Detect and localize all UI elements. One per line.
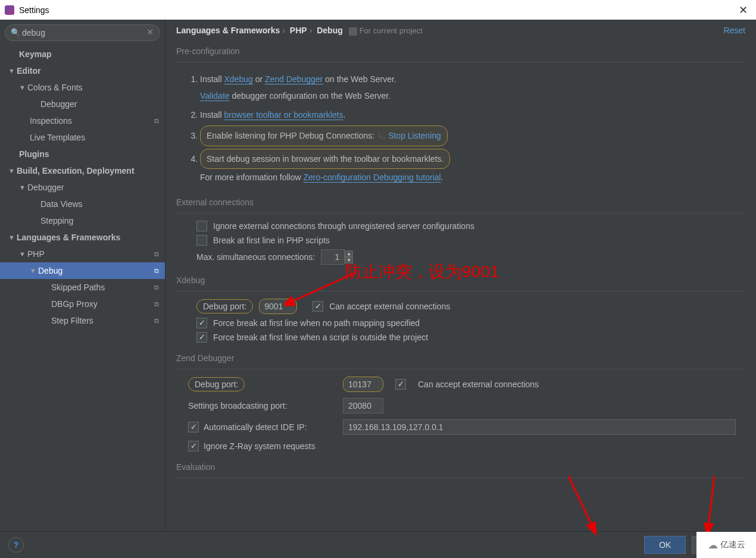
section-xdebug-title: Xdebug [176, 275, 745, 285]
zend-debugger-link[interactable]: Zend Debugger [265, 74, 323, 84]
tutorial-link[interactable]: Zero-configuration Debugging tutorial [304, 173, 441, 182]
sidebar: 🔍 ✕ Keymap ▼Editor ▼Colors & Fonts Debug… [0, 20, 165, 531]
tree-debug[interactable]: ▼Debug⧉ [0, 262, 165, 279]
section-external-title: External connections [176, 198, 745, 207]
auto-ip-input[interactable] [343, 419, 736, 435]
xdebug-port-label: Debug port: [196, 299, 253, 314]
tree-lang-frameworks[interactable]: ▼Languages & Frameworks [0, 229, 165, 246]
preconf-step-3: Enable listening for PHP Debug Connectio… [200, 124, 745, 148]
xdebug-force1-checkbox[interactable] [196, 318, 207, 328]
watermark: ☁ 亿速云 [696, 532, 756, 558]
breadcrumb: Languages & Frameworks› PHP› Debug For c… [176, 26, 423, 36]
cloud-icon: ☁ [708, 539, 718, 551]
phone-icon: 📞 [377, 132, 386, 140]
tree-colors-fonts[interactable]: ▼Colors & Fonts [0, 79, 165, 96]
project-scope-icon [349, 27, 357, 36]
copy-icon: ⧉ [154, 300, 159, 308]
ignore-zray-checkbox[interactable] [188, 441, 199, 452]
tree-live-templates[interactable]: Live Templates [0, 129, 165, 146]
break-first-checkbox[interactable] [196, 235, 207, 246]
xdebug-force2-checkbox[interactable] [196, 332, 207, 343]
tree-debugger[interactable]: Debugger [0, 96, 165, 112]
clear-search-icon[interactable]: ✕ [146, 27, 154, 37]
app-icon [5, 5, 14, 15]
auto-ip-label: Automatically detect IDE IP: [204, 422, 307, 432]
max-conn-input[interactable] [321, 249, 345, 265]
stop-listening-link[interactable]: Stop Listening [388, 131, 441, 140]
max-conn-label: Max. simultaneous connections: [196, 252, 315, 262]
chevron-down-icon: ▼ [30, 267, 37, 274]
tree-keymap[interactable]: Keymap [0, 46, 165, 62]
chevron-down-icon: ▼ [8, 67, 15, 74]
broadcast-input[interactable] [343, 398, 383, 413]
preconf-step-2: Install browser toolbar or bookmarklets. [200, 105, 745, 124]
validate-link[interactable]: Validate [200, 91, 230, 101]
preconf-step-4: Start debug session in browser with the … [200, 148, 745, 187]
tree-plugins[interactable]: Plugins [0, 146, 165, 162]
tree-dbgp-proxy[interactable]: DBGp Proxy⧉ [0, 296, 165, 312]
help-button[interactable]: ? [8, 537, 24, 553]
tree-php[interactable]: ▼PHP⧉ [0, 246, 165, 262]
footer: ? OK Cancel [0, 531, 756, 558]
tree-debugger-2[interactable]: ▼Debugger [0, 179, 165, 196]
tree-editor[interactable]: ▼Editor [0, 62, 165, 79]
bookmarklets-link[interactable]: browser toolbar or bookmarklets [224, 110, 343, 120]
auto-ip-checkbox[interactable] [188, 422, 199, 432]
close-icon[interactable]: ✕ [735, 4, 751, 17]
copy-icon: ⧉ [154, 317, 159, 325]
ok-button[interactable]: OK [644, 536, 686, 554]
zend-accept-ext-checkbox[interactable] [395, 379, 406, 390]
zend-port-label: Debug port: [188, 377, 245, 391]
tree-inspections[interactable]: Inspections⧉ [0, 112, 165, 129]
zend-port-input[interactable] [343, 377, 383, 392]
tree-data-views[interactable]: Data Views [0, 196, 165, 212]
chevron-down-icon: ▼ [19, 84, 26, 91]
titlebar: Settings ✕ [0, 0, 756, 20]
copy-icon: ⧉ [154, 117, 159, 125]
xdebug-accept-ext-checkbox[interactable] [313, 301, 323, 312]
settings-tree: Keymap ▼Editor ▼Colors & Fonts Debugger … [0, 43, 165, 531]
chevron-down-icon: ▼ [19, 250, 26, 258]
ignore-ext-checkbox[interactable] [196, 221, 207, 231]
chevron-down-icon: ▼ [8, 167, 15, 174]
search-icon: 🔍 [11, 28, 20, 37]
tree-skipped-paths[interactable]: Skipped Paths⧉ [0, 279, 165, 296]
copy-icon: ⧉ [154, 250, 159, 258]
section-zend-title: Zend Debugger [176, 353, 745, 363]
chevron-down-icon: ▼ [19, 184, 26, 191]
window-title: Settings [19, 5, 49, 15]
content: Languages & Frameworks› PHP› Debug For c… [165, 20, 756, 531]
search-input[interactable] [5, 24, 160, 41]
preconf-step-1: Install Xdebug or Zend Debugger on the W… [200, 70, 745, 105]
broadcast-label: Settings broadcasting port: [188, 401, 288, 410]
xdebug-link[interactable]: Xdebug [224, 74, 252, 84]
tree-step-filters[interactable]: Step Filters⧉ [0, 312, 165, 329]
tree-stepping[interactable]: Stepping [0, 212, 165, 229]
ignore-zray-label: Ignore Z-Ray system requests [204, 441, 315, 451]
copy-icon: ⧉ [154, 284, 159, 291]
chevron-down-icon: ▼ [8, 234, 15, 241]
reset-link[interactable]: Reset [723, 26, 745, 35]
xdebug-port-input[interactable] [259, 299, 297, 314]
stepper-buttons[interactable]: ▲▼ [345, 250, 353, 264]
copy-icon: ⧉ [154, 267, 159, 275]
section-eval-title: Evaluation [176, 462, 745, 472]
tree-build[interactable]: ▼Build, Execution, Deployment [0, 162, 165, 179]
section-preconf-title: Pre-configuration [176, 46, 745, 56]
